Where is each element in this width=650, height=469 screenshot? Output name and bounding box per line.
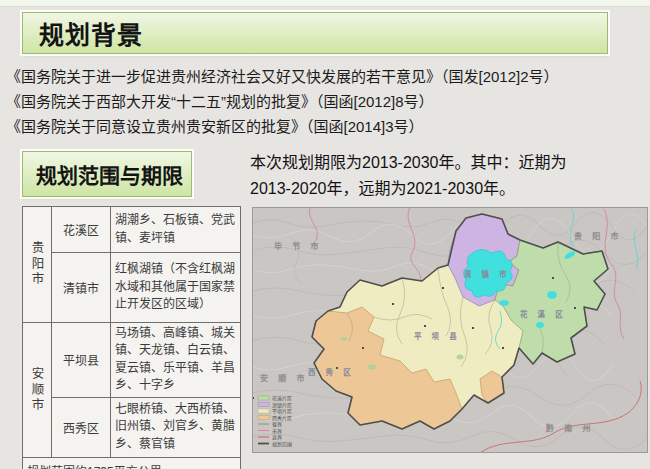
label-anshun: 安 顺 市: [260, 373, 308, 383]
top-edge-strip: [0, 0, 650, 7]
planning-scope-table: 贵阳市 花溪区 湖潮乡、石板镇、党武镇、麦坪镇 清镇市 红枫湖镇（不含红枫湖水域…: [22, 206, 241, 469]
policy-document-line: 《国务院关于西部大开发“十二五”规划的批复》（国函[2012]8号）: [6, 89, 648, 114]
planning-period-text: 本次规划期限为2013-2030年。其中：近期为 2013-2020年，远期为2…: [250, 150, 648, 202]
label-huaxi: 花 溪 区: [520, 309, 567, 319]
label-guiyang: 贵 阳 市: [574, 231, 622, 241]
label-qiannan: 黔 南 州: [545, 423, 594, 433]
label-pingba: 平 坝 县: [414, 331, 461, 341]
table-footer-row: 规划范围约1795平方公里: [23, 457, 241, 469]
city-cell-guiyang: 贵阳市: [23, 207, 52, 323]
planning-scope-map: 毕 节 市 贵 阳 市 安 顺 市 黔 南 州 清 镇 市 花 溪 区 平 坝 …: [252, 207, 648, 453]
label-qingzhen: 清 镇 市: [464, 269, 511, 279]
policy-document-line: 《国务院关于进一步促进贵州经济社会又好又快发展的若干意见》（国发[2012]2号…: [6, 64, 648, 89]
table-row: 西秀区 七眼桥镇、大西桥镇、旧州镇、刘官乡、黄腊乡、蔡官镇: [23, 397, 241, 457]
table-row: 清镇市 红枫湖镇（不含红枫湖水域和其他属于国家禁止开发区的区域）: [23, 253, 241, 323]
planning-period-line: 本次规划期限为2013-2030年。其中：近期为: [250, 150, 648, 176]
table-row: 贵阳市 花溪区 湖潮乡、石板镇、党武镇、麦坪镇: [23, 207, 241, 253]
policy-document-line: 《国务院关于同意设立贵州贵安新区的批复》（国函[2014]3号）: [6, 114, 648, 139]
section-title-scope-label: 规划范围与期限: [36, 159, 183, 189]
district-cell: 花溪区: [52, 207, 111, 253]
label-bijie: 毕 节 市: [274, 241, 322, 251]
legend-swatch-purple: [258, 403, 269, 407]
towns-cell: 湖潮乡、石板镇、党武镇、麦坪镇: [111, 207, 241, 253]
map-svg: 毕 节 市 贵 阳 市 安 顺 市 黔 南 州 清 镇 市 花 溪 区 平 坝 …: [252, 207, 648, 453]
towns-cell: 红枫湖镇（不含红枫湖水域和其他属于国家禁止开发区的区域）: [111, 253, 241, 323]
legend-swatch-orange: [258, 416, 269, 420]
towns-cell: 马场镇、高峰镇、城关镇、天龙镇、白云镇、夏云镇、乐平镇、羊昌乡、十字乡: [111, 323, 241, 398]
district-cell: 西秀区: [52, 397, 111, 457]
planning-period-line: 2013-2020年，远期为2021-2030年。: [250, 176, 648, 202]
table-footer-area: 规划范围约1795平方公里: [23, 457, 241, 469]
district-cell: 清镇市: [52, 253, 111, 323]
section-title-scope: 规划范围与期限: [22, 151, 192, 197]
section-title-background-label: 规划背景: [39, 15, 143, 51]
legend-swatch-yellow: [258, 409, 269, 413]
legend-swatch-green: [258, 396, 269, 400]
city-cell-anshun: 安顺市: [23, 323, 52, 458]
district-cell: 平坝县: [52, 323, 111, 398]
section-title-background: 规划背景: [22, 12, 608, 54]
table-row: 安顺市 平坝县 马场镇、高峰镇、城关镇、天龙镇、白云镇、夏云镇、乐平镇、羊昌乡、…: [23, 323, 241, 398]
policy-document-list: 《国务院关于进一步促进贵州经济社会又好又快发展的若干意见》（国发[2012]2号…: [6, 64, 648, 139]
label-xixiu: 西 秀 区: [308, 367, 355, 377]
towns-cell: 七眼桥镇、大西桥镇、旧州镇、刘官乡、黄腊乡、蔡官镇: [111, 397, 241, 457]
legend-label: 规划范围: [272, 441, 292, 448]
